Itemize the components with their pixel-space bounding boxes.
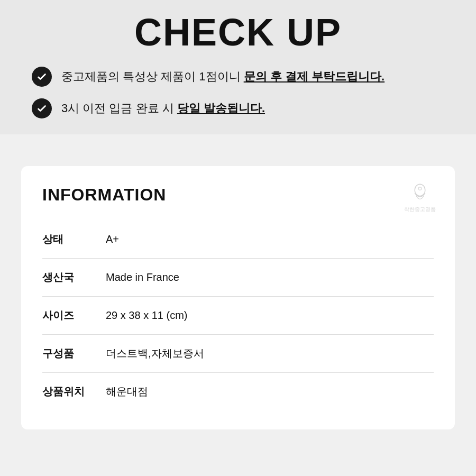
svg-point-1: [418, 187, 422, 190]
checkmark-icon: [32, 67, 52, 87]
info-row-size: 사이즈 29 x 38 x 11 (cm): [42, 296, 434, 334]
info-row-location: 상품위치 해운대점: [42, 372, 434, 410]
watermark: 착한중고명품: [404, 182, 436, 213]
info-label-size: 사이즈: [42, 308, 106, 323]
checklist-text-before-1: 중고제품의 특성상 제품이 1점이니: [61, 70, 244, 83]
info-card: INFORMATION 착한중고명품 상태 A+ 생산국 Made in Fra…: [21, 166, 455, 429]
page-title: CHECK UP: [21, 11, 455, 54]
info-row-components: 구성품 더스트백,자체보증서: [42, 334, 434, 372]
info-value-location: 해운대점: [106, 385, 148, 399]
checkmark-icon: [32, 98, 52, 118]
watermark-label: 착한중고명품: [404, 206, 436, 213]
info-value-status: A+: [106, 233, 119, 245]
info-title: INFORMATION: [42, 185, 434, 205]
checklist-text-highlight-1: 문의 후 결제 부탁드립니다.: [244, 70, 385, 83]
info-label-origin: 생산국: [42, 270, 106, 285]
info-row-origin: 생산국 Made in France: [42, 258, 434, 296]
checklist-text-highlight-2: 당일 발송됩니다.: [177, 102, 265, 115]
info-row-status: 상태 A+: [42, 221, 434, 258]
info-section: INFORMATION 착한중고명품 상태 A+ 생산국 Made in Fra…: [0, 166, 476, 451]
info-label-components: 구성품: [42, 346, 106, 361]
info-value-size: 29 x 38 x 11 (cm): [106, 309, 188, 322]
checklist-text-2: 3시 이전 입금 완료 시 당일 발송됩니다.: [61, 100, 265, 117]
spacer: [0, 134, 476, 166]
info-value-components: 더스트백,자체보증서: [106, 346, 204, 361]
info-value-origin: Made in France: [106, 271, 179, 283]
info-label-location: 상품위치: [42, 385, 106, 399]
checklist-text-before-2: 3시 이전 입금 완료 시: [61, 102, 177, 115]
info-label-status: 상태: [42, 232, 106, 246]
checklist: 중고제품의 특성상 제품이 1점이니 문의 후 결제 부탁드립니다. 3시 이전…: [32, 67, 444, 118]
list-item: 중고제품의 특성상 제품이 1점이니 문의 후 결제 부탁드립니다.: [32, 67, 444, 87]
info-table: 상태 A+ 생산국 Made in France 사이즈 29 x 38 x 1…: [42, 221, 434, 410]
list-item: 3시 이전 입금 완료 시 당일 발송됩니다.: [32, 98, 444, 118]
header-section: CHECK UP 중고제품의 특성상 제품이 1점이니 문의 후 결제 부탁드립…: [0, 0, 476, 134]
watermark-logo-icon: [409, 182, 431, 204]
checklist-text-1: 중고제품의 특성상 제품이 1점이니 문의 후 결제 부탁드립니다.: [61, 69, 385, 85]
